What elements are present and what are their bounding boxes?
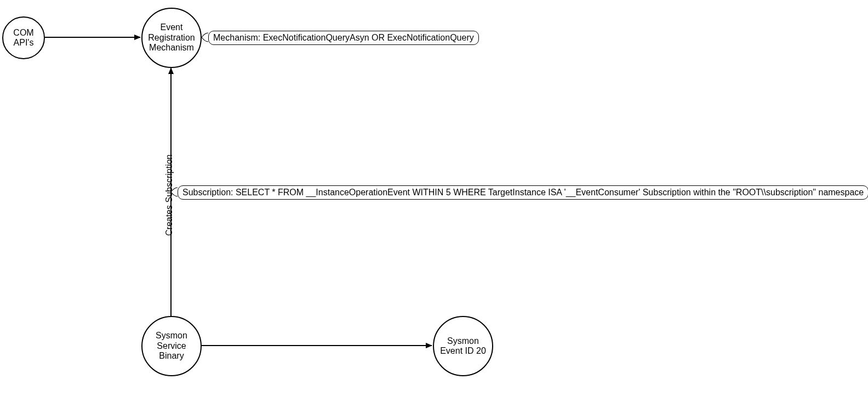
annotation-mechanism: Mechanism: ExecNotificationQueryAsyn OR …	[208, 31, 479, 45]
edge-label-creates-subscription: Creates Subscription	[164, 154, 174, 236]
node-sysmon-binary-label: Sysmon Service Binary	[142, 329, 201, 363]
node-event-registration-label: Event Registration Mechanism	[142, 20, 201, 55]
diagram-canvas: COM API's Event Registration Mechanism S…	[0, 0, 868, 396]
node-sysmon-binary: Sysmon Service Binary	[141, 316, 202, 376]
annotation-subscription: Subscription: SELECT * FROM __InstanceOp…	[178, 185, 868, 200]
node-com-apis: COM API's	[2, 16, 45, 59]
node-com-apis-label: COM API's	[3, 26, 44, 50]
node-event-registration: Event Registration Mechanism	[141, 8, 202, 68]
node-sysmon-event-20: Sysmon Event ID 20	[433, 316, 493, 376]
node-sysmon-event-20-label: Sysmon Event ID 20	[434, 334, 492, 359]
